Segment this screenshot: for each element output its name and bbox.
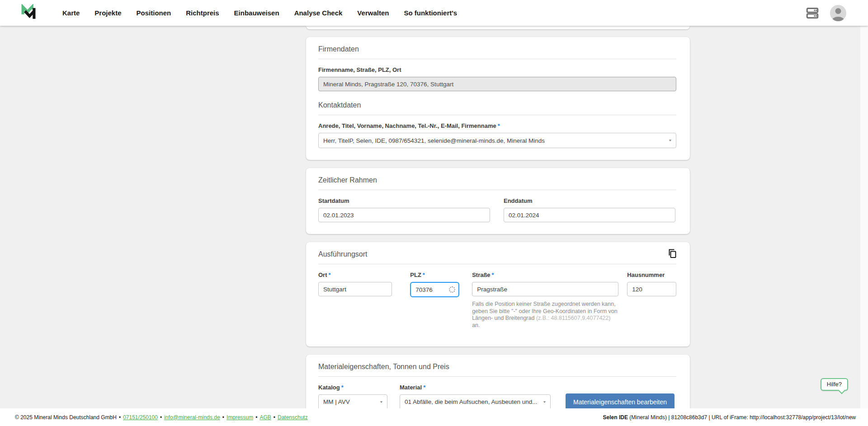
nav-item-so-funktionierts[interactable]: So funktioniert's [404, 9, 457, 17]
card-firmendaten-kontaktdaten: Firmendaten Firmenname, Straße, PLZ, Ort… [306, 37, 690, 160]
material-title: Materialeigenschaften, Tonnen und Preis [318, 363, 676, 371]
footer-link-agb[interactable]: AGB [259, 414, 271, 421]
chevron-down-icon: ▼ [542, 400, 547, 403]
previous-card-edge [306, 26, 690, 29]
footer-link-impressum[interactable]: Impressum [226, 414, 253, 421]
nav-item-karte[interactable]: Karte [62, 9, 80, 17]
required-marker: * [498, 122, 500, 129]
copy-icon[interactable] [666, 248, 678, 259]
enddatum-input[interactable] [504, 208, 675, 222]
firmendaten-title: Firmendaten [318, 45, 676, 53]
footer-link-datenschutz[interactable]: Datenschutz [278, 414, 308, 421]
session-app-name: Selen IDE [603, 414, 628, 421]
firmenname-label: Firmenname, Straße, PLZ, Ort [318, 66, 676, 73]
top-navigation: Karte Projekte Positionen Richtpreis Ein… [0, 0, 868, 26]
chevron-down-icon: ▼ [668, 139, 672, 142]
enddatum-label: Enddatum [504, 197, 675, 204]
zeitraum-title: Zeitlicher Rahmen [318, 176, 676, 184]
nav-right-actions [806, 5, 846, 21]
main-menu: Karte Projekte Positionen Richtpreis Ein… [62, 9, 457, 17]
help-button[interactable]: Hilfe? [821, 378, 848, 391]
kontaktdaten-title: Kontaktdaten [318, 101, 676, 109]
brand-logo[interactable] [21, 4, 36, 22]
material-label: Material* [400, 384, 551, 391]
scrollbar-track[interactable] [860, 0, 868, 426]
footer-link-phone[interactable]: 07151/250100 [123, 414, 158, 421]
hausnummer-input[interactable] [627, 282, 676, 296]
card-zeitlicher-rahmen: Zeitlicher Rahmen Startdatum Enddatum [306, 168, 690, 234]
chevron-down-icon: ▼ [379, 400, 383, 403]
nav-item-richtpreis[interactable]: Richtpreis [186, 9, 219, 17]
kontakt-label: Anrede, Titel, Vorname, Nachname, Tel.-N… [318, 122, 676, 129]
ausfuehrungsort-title: Ausführungsort [318, 250, 676, 258]
strasse-input[interactable] [472, 282, 618, 296]
server-icon[interactable] [806, 6, 819, 20]
strasse-label: Straße* [472, 272, 618, 278]
copyright-text: © 2025 Mineral Minds Deutschland GmbH [15, 414, 117, 421]
footer-link-email[interactable]: info@mineral-minds.de [164, 414, 220, 421]
ort-label: Ort* [318, 272, 392, 278]
nav-item-einbauweisen[interactable]: Einbauweisen [234, 9, 279, 17]
strasse-helper-text: Falls die Position keiner Straße zugeord… [472, 301, 618, 329]
form-content: Firmendaten Firmenname, Straße, PLZ, Ort… [306, 26, 690, 426]
katalog-select[interactable]: MM | AVV ▼ [318, 394, 387, 410]
plz-label: PLZ* [410, 272, 459, 278]
material-select[interactable]: 01 Abfälle, die beim Aufsuchen, Ausbeute… [400, 394, 551, 410]
user-avatar[interactable] [830, 5, 846, 21]
startdatum-label: Startdatum [318, 197, 490, 204]
nav-item-verwalten[interactable]: Verwalten [357, 9, 389, 17]
startdatum-input[interactable] [318, 208, 490, 222]
footer-left: © 2025 Mineral Minds Deutschland GmbH•07… [15, 414, 308, 421]
katalog-label: Katalog* [318, 384, 387, 391]
footer-session-info: Selen IDE (Mineral Minds) | 81208c86b3d7… [603, 414, 856, 421]
firmenname-input [318, 77, 676, 91]
footer: © 2025 Mineral Minds Deutschland GmbH•07… [0, 408, 868, 426]
mineral-minds-logo-icon [21, 4, 36, 22]
kontakt-select-value: Herr, TitelP, Selen, IDE, 0987/654321, s… [323, 137, 545, 144]
hausnummer-label: Hausnummer [627, 272, 676, 278]
card-ausfuehrungsort: Ausführungsort Ort* PLZ* Straße* [306, 242, 690, 346]
kontakt-select[interactable]: Herr, TitelP, Selen, IDE, 0987/654321, s… [318, 133, 676, 148]
nav-item-analyse-check[interactable]: Analyse Check [294, 9, 343, 17]
materialeigenschaften-bearbeiten-button[interactable]: Materialeigenschaften bearbeiten [566, 393, 675, 411]
nav-item-projekte[interactable]: Projekte [94, 9, 121, 17]
session-details: (Mineral Minds) | 81208c86b3d7 | URL of … [628, 414, 856, 421]
ort-input[interactable] [318, 282, 392, 296]
avatar-person-icon [835, 8, 841, 14]
nav-item-positionen[interactable]: Positionen [137, 9, 171, 17]
